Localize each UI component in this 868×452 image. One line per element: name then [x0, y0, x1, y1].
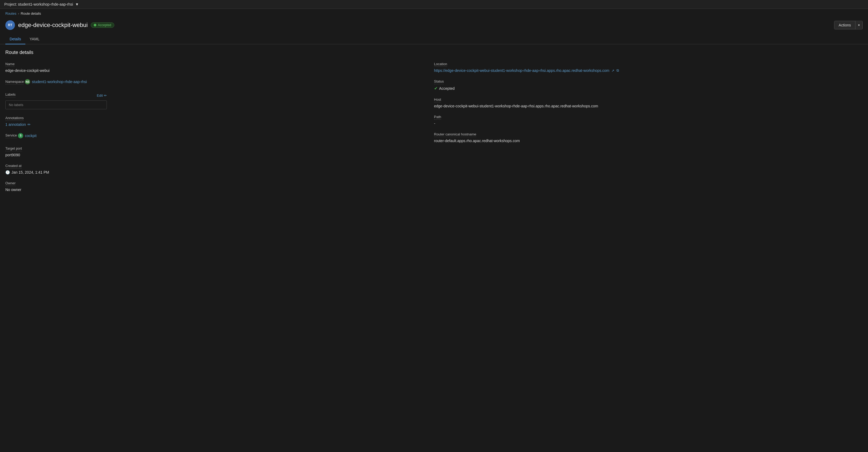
namespace-detail: Namespace NS student1-workshop-rhde-aap-… [5, 79, 434, 92]
breadcrumb-routes-link[interactable]: Routes [5, 11, 16, 16]
annotations-value[interactable]: 1 annotation ✏ [5, 122, 31, 127]
breadcrumb-separator: › [18, 11, 19, 16]
annotation-edit-icon: ✏ [28, 122, 31, 127]
name-label: Name [5, 62, 15, 67]
owner-detail: Owner No owner [5, 181, 434, 198]
annotations-label: Annotations [5, 116, 24, 121]
external-link-icon[interactable]: ↗ [612, 69, 614, 73]
tab-yaml[interactable]: YAML [25, 34, 44, 44]
namespace-icon: NS [25, 79, 30, 84]
details-grid: Name edge-device-cockpit-webui Namespace… [5, 62, 863, 198]
labels-label-row: Labels Edit ✏ [5, 92, 107, 99]
status-badge: Accepted [91, 23, 114, 28]
status-value: Accepted [439, 86, 455, 91]
namespace-badge: NS student1-workshop-rhde-aap-rhsi [25, 79, 87, 84]
target-port-detail: Target port port9090 [5, 146, 434, 163]
project-label: Project: student1-workshop-rhde-aap-rhsi [4, 2, 73, 6]
target-port-label: Target port [5, 146, 22, 151]
created-at-value: Jan 15, 2024, 1:41 PM [11, 170, 49, 175]
breadcrumb-current: Route details [21, 11, 41, 16]
name-detail: Name edge-device-cockpit-webui [5, 62, 434, 79]
status-detail: Status ✔ Accepted [434, 79, 863, 97]
actions-label: Actions [834, 21, 856, 29]
owner-label: Owner [5, 181, 16, 186]
status-dot-icon [94, 24, 96, 26]
breadcrumb: Routes › Route details [0, 9, 868, 18]
host-label: Host [434, 97, 441, 102]
status-label: Status [434, 79, 444, 84]
labels-empty-text: No labels [9, 103, 23, 107]
service-badge: S cockpit [18, 133, 37, 139]
top-bar: Project: student1-workshop-rhde-aap-rhsi… [0, 0, 868, 9]
status-badge-label: Accepted [98, 23, 111, 27]
router-hostname-value: router-default.apps.rho.apac.redhat-work… [434, 139, 863, 143]
right-column: Location https://edge-device-cockpit-web… [434, 62, 863, 198]
copy-icon[interactable]: ⧉ [617, 68, 619, 73]
left-column: Name edge-device-cockpit-webui Namespace… [5, 62, 434, 198]
labels-label: Labels [5, 92, 16, 97]
actions-button[interactable]: Actions ▾ [834, 21, 863, 29]
router-hostname-detail: Router canonical hostname router-default… [434, 132, 863, 149]
clock-icon: 🕐 [5, 170, 10, 175]
service-icon: S [18, 133, 23, 139]
labels-edit-link[interactable]: Edit ✏ [97, 93, 107, 97]
host-detail: Host edge-device-cockpit-webui-student1-… [434, 97, 863, 115]
router-hostname-label: Router canonical hostname [434, 132, 476, 137]
resource-icon: RT [5, 20, 15, 30]
project-chevron: ▼ [75, 2, 79, 6]
host-value: edge-device-cockpit-webui-student1-works… [434, 104, 863, 108]
path-value: - [434, 121, 863, 125]
actions-chevron-icon: ▾ [856, 21, 862, 29]
status-check-icon: ✔ [434, 86, 438, 91]
tab-details[interactable]: Details [5, 34, 25, 44]
created-at-label: Created at [5, 164, 22, 169]
page-header-left: RT edge-device-cockpit-webui Accepted [5, 20, 114, 30]
page-header: RT edge-device-cockpit-webui Accepted Ac… [0, 18, 868, 34]
service-label: Service [5, 133, 17, 138]
location-url[interactable]: https://edge-device-cockpit-webui-studen… [434, 68, 610, 73]
path-detail: Path - [434, 115, 863, 132]
content: Route details Name edge-device-cockpit-w… [0, 44, 868, 204]
target-port-value: port9090 [5, 153, 434, 157]
labels-box: No labels [5, 100, 107, 109]
namespace-value[interactable]: student1-workshop-rhde-aap-rhsi [32, 80, 87, 84]
section-title: Route details [5, 50, 863, 55]
name-value: edge-device-cockpit-webui [5, 68, 434, 73]
labels-detail: Labels Edit ✏ No labels [5, 92, 434, 116]
page-title: edge-device-cockpit-webui [18, 22, 88, 29]
owner-value: No owner [5, 187, 434, 192]
tabs: Details YAML [0, 34, 868, 44]
annotations-detail: Annotations 1 annotation ✏ [5, 116, 434, 133]
path-label: Path [434, 115, 441, 120]
location-detail: Location https://edge-device-cockpit-web… [434, 62, 863, 79]
service-value[interactable]: cockpit [25, 133, 37, 138]
created-at-detail: Created at 🕐 Jan 15, 2024, 1:41 PM [5, 163, 434, 181]
pencil-icon: ✏ [104, 93, 107, 97]
location-label: Location [434, 62, 447, 67]
service-detail: Service S cockpit [5, 133, 434, 146]
namespace-label: Namespace [5, 80, 24, 84]
